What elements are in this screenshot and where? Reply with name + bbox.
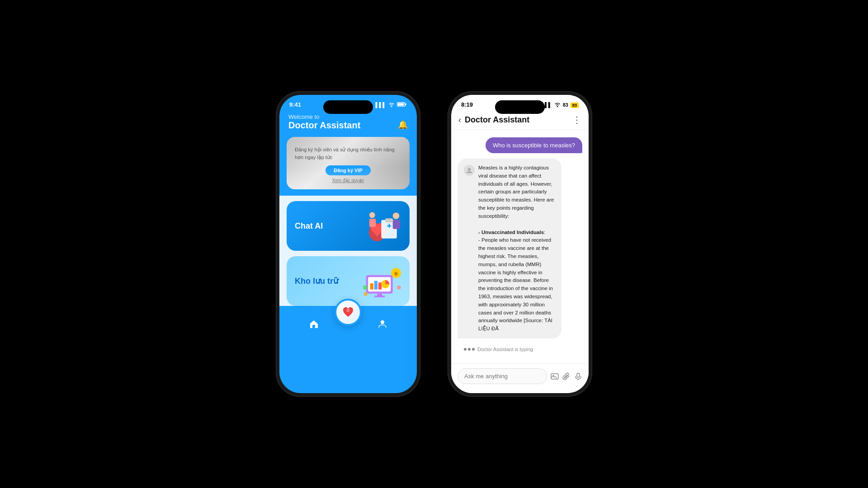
chat-area: Who is susceptible to measles? Measles i… bbox=[451, 130, 589, 363]
ai-text-3: - People who have not received the measl… bbox=[478, 236, 555, 333]
dynamic-island-2 bbox=[495, 100, 545, 114]
svg-rect-21 bbox=[363, 286, 367, 290]
svg-rect-19 bbox=[374, 296, 385, 297]
phone-2: 8:19 ▌▌▌ 83 83 bbox=[448, 91, 592, 397]
svg-rect-15 bbox=[374, 281, 377, 290]
vip-card: Đăng ký hội viên và sử dụng nhiều tính n… bbox=[287, 137, 410, 189]
bell-icon[interactable]: 🔔 bbox=[398, 120, 408, 130]
svg-rect-31 bbox=[577, 373, 580, 377]
phone-2-body: 8:19 ▌▌▌ 83 83 bbox=[451, 95, 589, 393]
nav-profile-icon[interactable] bbox=[373, 315, 392, 335]
typing-dot-2 bbox=[468, 348, 471, 351]
ai-text-2: - Unvaccinated Individuals: bbox=[478, 229, 555, 237]
battery-percent: 83 bbox=[571, 103, 579, 108]
svg-rect-24 bbox=[312, 325, 315, 328]
storage-label: Kho lưu trữ bbox=[295, 276, 338, 286]
svg-point-26 bbox=[381, 320, 384, 324]
back-button[interactable]: ‹ bbox=[458, 115, 461, 125]
svg-rect-5 bbox=[385, 218, 392, 222]
phone-1-screen: 9:41 ▌▌▌ bbox=[279, 95, 417, 393]
storage-illustration bbox=[360, 261, 405, 306]
svg-point-8 bbox=[393, 212, 400, 219]
battery-badge: 83 83 bbox=[563, 102, 579, 108]
nav-center-heart-button[interactable] bbox=[335, 299, 362, 326]
svg-rect-1 bbox=[398, 103, 404, 105]
svg-rect-9 bbox=[393, 220, 400, 229]
input-bar bbox=[451, 363, 589, 393]
battery-icon-1 bbox=[397, 102, 407, 108]
typing-indicator: Doctor Assistant is typing bbox=[458, 344, 582, 355]
scene: 9:41 ▌▌▌ bbox=[276, 91, 592, 397]
ai-message-1: Measles is a highly contagious viral dis… bbox=[458, 159, 561, 338]
main-content-1: Chat AI bbox=[279, 196, 417, 306]
ask-input[interactable] bbox=[458, 368, 547, 384]
svg-point-22 bbox=[397, 286, 401, 290]
wifi-icon-2 bbox=[554, 102, 561, 108]
ai-bubble-1: Measles is a highly contagious viral dis… bbox=[478, 164, 555, 333]
phone-1: 9:41 ▌▌▌ bbox=[276, 91, 420, 397]
svg-rect-7 bbox=[389, 224, 390, 228]
svg-point-25 bbox=[346, 309, 350, 312]
status-icons-2: ▌▌▌ 83 83 bbox=[541, 102, 579, 108]
typing-text: Doctor Assistant is typing bbox=[477, 347, 533, 352]
bottom-nav-1 bbox=[279, 311, 417, 344]
header-text: Welcome to Doctor Assistant bbox=[288, 113, 360, 131]
chat-ai-card[interactable]: Chat AI bbox=[287, 201, 410, 251]
ai-avatar bbox=[464, 165, 475, 176]
ai-text-1: Measles is a highly contagious viral dis… bbox=[478, 164, 555, 221]
image-icon-button[interactable] bbox=[551, 370, 559, 383]
phone-2-screen: 8:19 ▌▌▌ 83 83 bbox=[451, 95, 589, 393]
chat-ai-illustration bbox=[360, 206, 405, 251]
attach-icon-button[interactable] bbox=[562, 370, 571, 383]
svg-rect-16 bbox=[378, 282, 382, 289]
user-message-1: Who is susceptible to measles? bbox=[486, 137, 582, 153]
wifi-icon-1 bbox=[388, 102, 395, 108]
svg-rect-23 bbox=[364, 292, 367, 296]
typing-dot-3 bbox=[472, 348, 475, 351]
signal-icon-1: ▌▌▌ bbox=[376, 102, 386, 108]
time-1: 9:41 bbox=[289, 101, 301, 108]
app-header-1: Welcome to Doctor Assistant 🔔 bbox=[279, 111, 417, 137]
svg-point-28 bbox=[468, 168, 471, 171]
welcome-text: Welcome to bbox=[288, 113, 360, 120]
more-button[interactable]: ⋮ bbox=[572, 114, 581, 125]
svg-rect-14 bbox=[370, 283, 373, 290]
app-title-1: Doctor Assistant bbox=[288, 120, 360, 131]
vip-card-wave bbox=[287, 167, 410, 189]
typing-dots bbox=[464, 348, 475, 351]
nav-home-icon[interactable] bbox=[305, 315, 323, 335]
svg-rect-11 bbox=[369, 219, 376, 227]
chat-ai-label: Chat AI bbox=[295, 221, 323, 231]
time-2: 8:19 bbox=[461, 101, 473, 108]
vip-card-text: Đăng ký hội viên và sử dụng nhiều tính n… bbox=[295, 146, 401, 161]
svg-point-10 bbox=[369, 212, 375, 218]
svg-rect-2 bbox=[406, 103, 407, 105]
mic-icon-button[interactable] bbox=[574, 370, 582, 383]
status-icons-1: ▌▌▌ bbox=[376, 102, 407, 108]
chat-title: Doctor Assistant bbox=[465, 115, 572, 125]
dynamic-island-1 bbox=[323, 100, 373, 114]
typing-dot-1 bbox=[464, 348, 467, 351]
